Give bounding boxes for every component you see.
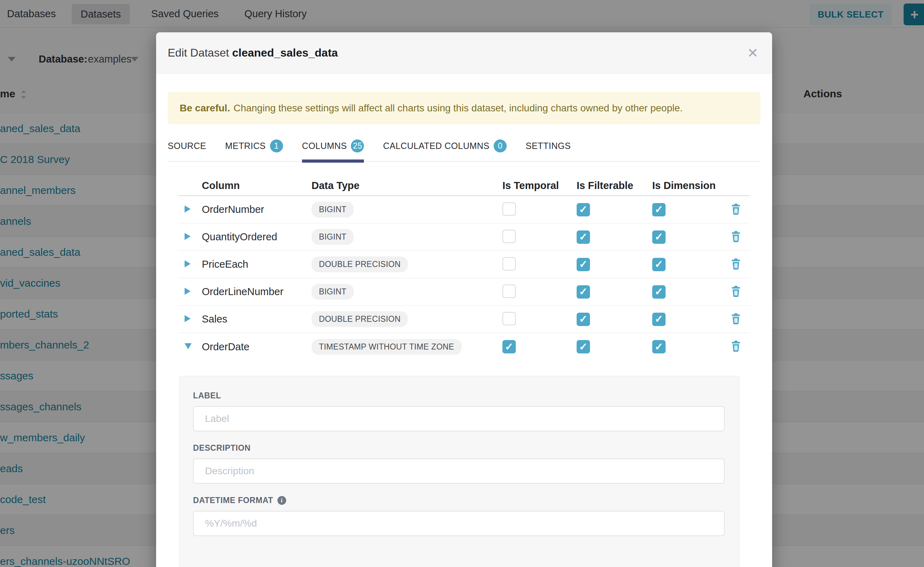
column-type-pill: DOUBLE PRECISION: [312, 311, 408, 327]
column-name: OrderDate: [202, 341, 312, 353]
delete-column-icon[interactable]: [730, 340, 742, 353]
tab-calculated-columns[interactable]: CALCULATED COLUMNS 0: [383, 140, 507, 161]
column-row: OrderNumber BIGINT: [178, 196, 750, 224]
description-input[interactable]: [193, 459, 725, 484]
datetime-format-input[interactable]: [193, 511, 725, 536]
column-type-pill: BIGINT: [312, 202, 354, 218]
column-row: QuantityOrdered BIGINT: [178, 224, 750, 251]
header-is-dimension: Is Dimension: [652, 180, 725, 192]
columns-table-body: OrderNumber BIGINT QuantityOrdered BIGIN…: [178, 196, 750, 360]
column-name: PriceEach: [202, 258, 312, 270]
column-type-pill: BIGINT: [312, 284, 354, 300]
tab-metrics[interactable]: METRICS 1: [225, 140, 283, 161]
delete-column-icon[interactable]: [730, 285, 742, 298]
calculated-columns-count-badge: 0: [494, 140, 507, 153]
expand-caret-icon[interactable]: [185, 233, 191, 240]
column-type-pill: TIMESTAMP WITHOUT TIME ZONE: [312, 339, 462, 355]
is-filterable-checkbox[interactable]: [576, 340, 590, 353]
is-temporal-checkbox[interactable]: [503, 202, 516, 216]
description-field-label: DESCRIPTION: [193, 443, 726, 453]
tab-settings[interactable]: SETTINGS: [526, 140, 570, 161]
columns-table: Column Data Type Is Temporal Is Filterab…: [178, 176, 750, 360]
modal-tabs: SOURCE METRICS 1 COLUMNS 25 CALCULATED C…: [168, 140, 760, 162]
expand-caret-icon[interactable]: [185, 315, 191, 322]
modal-title-prefix: Edit Dataset: [168, 46, 229, 59]
tab-source-label: SOURCE: [168, 141, 206, 151]
columns-count-badge: 25: [351, 140, 364, 153]
header-column: Column: [202, 180, 312, 192]
label-field-label: LABEL: [193, 391, 726, 400]
datetime-format-field-label: DATETIME FORMAT: [193, 496, 726, 505]
columns-table-header-row: Column Data Type Is Temporal Is Filterab…: [178, 176, 750, 196]
column-type-pill: BIGINT: [312, 229, 354, 245]
tab-columns-label: COLUMNS: [302, 141, 347, 151]
is-temporal-checkbox[interactable]: [503, 230, 516, 243]
is-temporal-checkbox[interactable]: [503, 312, 516, 325]
is-temporal-checkbox[interactable]: [503, 285, 516, 298]
tab-columns[interactable]: COLUMNS 25: [302, 140, 364, 161]
is-dimension-checkbox[interactable]: [652, 203, 665, 216]
edit-dataset-modal: Edit Dataset cleaned_sales_data Be caref…: [156, 32, 772, 567]
column-detail-editor: LABEL DESCRIPTION DATETIME FORMAT: [179, 376, 739, 567]
info-icon[interactable]: [277, 496, 286, 505]
is-filterable-checkbox[interactable]: [576, 313, 590, 326]
is-dimension-checkbox[interactable]: [652, 313, 665, 326]
modal-title: Edit Dataset cleaned_sales_data: [168, 46, 338, 59]
delete-column-icon[interactable]: [730, 231, 742, 244]
is-temporal-checkbox[interactable]: [503, 257, 516, 270]
delete-column-icon[interactable]: [730, 313, 742, 326]
header-is-filterable: Is Filterable: [576, 180, 652, 192]
delete-column-icon[interactable]: [730, 258, 742, 271]
is-filterable-checkbox[interactable]: [576, 258, 590, 271]
column-type-pill: DOUBLE PRECISION: [312, 256, 408, 272]
column-row: PriceEach DOUBLE PRECISION: [178, 251, 750, 278]
is-temporal-checkbox[interactable]: [503, 340, 516, 353]
expand-caret-icon[interactable]: [185, 206, 191, 213]
is-dimension-checkbox[interactable]: [652, 258, 665, 271]
warning-bold-text: Be careful.: [180, 103, 230, 114]
tab-calculated-columns-label: CALCULATED COLUMNS: [383, 141, 489, 151]
column-row: OrderLineNumber BIGINT: [178, 278, 750, 306]
is-dimension-checkbox[interactable]: [652, 231, 665, 244]
column-name: OrderLineNumber: [202, 286, 312, 297]
header-is-temporal: Is Temporal: [503, 180, 576, 192]
column-name: OrderNumber: [202, 204, 312, 215]
metrics-count-badge: 1: [270, 140, 283, 153]
tab-source[interactable]: SOURCE: [168, 140, 206, 161]
close-icon[interactable]: [744, 44, 761, 62]
modal-header: Edit Dataset cleaned_sales_data: [156, 32, 772, 74]
tab-metrics-label: METRICS: [225, 141, 265, 151]
expand-caret-icon[interactable]: [185, 260, 191, 267]
header-data-type: Data Type: [312, 180, 503, 192]
is-filterable-checkbox[interactable]: [576, 203, 590, 216]
is-dimension-checkbox[interactable]: [652, 340, 665, 353]
warning-text: Changing these settings will affect all …: [233, 103, 682, 114]
column-name: Sales: [202, 314, 312, 325]
column-name: QuantityOrdered: [202, 231, 312, 243]
column-row: Sales DOUBLE PRECISION: [178, 306, 750, 333]
expand-caret-icon[interactable]: [185, 288, 191, 295]
delete-column-icon[interactable]: [730, 203, 742, 216]
is-filterable-checkbox[interactable]: [576, 285, 590, 298]
tab-settings-label: SETTINGS: [526, 141, 570, 151]
label-input[interactable]: [193, 406, 725, 431]
modal-body: Be careful. Changing these settings will…: [156, 92, 772, 567]
expand-caret-icon[interactable]: [185, 343, 192, 349]
warning-banner: Be careful. Changing these settings will…: [168, 92, 760, 124]
modal-title-dataset-name: cleaned_sales_data: [232, 46, 338, 59]
is-filterable-checkbox[interactable]: [576, 231, 590, 244]
column-row: OrderDate TIMESTAMP WITHOUT TIME ZONE: [178, 333, 750, 360]
is-dimension-checkbox[interactable]: [652, 285, 665, 298]
